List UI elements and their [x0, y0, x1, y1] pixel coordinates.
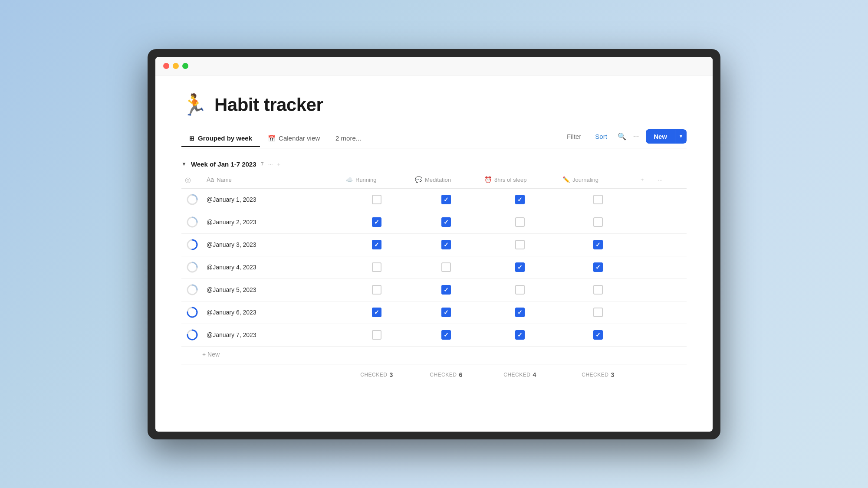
toolbar: ⊞ Grouped by week 📅 Calendar view 2 more…: [181, 129, 687, 148]
running-checkbox-jan2[interactable]: [372, 217, 381, 227]
add-new-row[interactable]: + New: [181, 347, 687, 362]
progress-ring-jan5: [186, 284, 198, 296]
row-progress-jan6: [181, 305, 203, 320]
tab-more-label: 2 more...: [335, 134, 361, 142]
running-jan7[interactable]: [342, 328, 411, 341]
progress-ring-jan3: [186, 239, 198, 251]
meditation-jan4[interactable]: [411, 261, 481, 274]
col-running-label: Running: [355, 177, 376, 183]
sleep-checkbox-jan4[interactable]: [515, 262, 525, 272]
table-header: ◎ Aa Name ☁️ Running 💬 Meditation: [181, 171, 687, 189]
page-emoji: 🏃: [181, 93, 207, 117]
sleep-checkbox-jan3[interactable]: [515, 240, 525, 249]
meditation-checkbox-jan6[interactable]: [441, 308, 451, 317]
journaling-icon: ✏️: [562, 176, 570, 183]
running-checkbox-jan5[interactable]: [372, 285, 381, 295]
journaling-checkbox-jan1[interactable]: [593, 195, 603, 204]
sleep-checkbox-jan2[interactable]: [515, 217, 525, 227]
sleep-checkbox-jan1[interactable]: [515, 195, 525, 204]
meditation-checkbox-jan7[interactable]: [441, 330, 451, 340]
sleep-jan7[interactable]: [481, 328, 559, 341]
journaling-checkbox-jan5[interactable]: [593, 285, 603, 295]
row-progress-jan2: [181, 214, 203, 230]
row-date-jan1: @January 1, 2023: [203, 194, 342, 205]
running-jan6[interactable]: [342, 306, 411, 319]
journaling-jan4[interactable]: [559, 261, 637, 274]
running-jan3[interactable]: [342, 238, 411, 251]
sleep-jan6[interactable]: [481, 306, 559, 319]
meditation-checkbox-jan3[interactable]: [441, 240, 451, 249]
meditation-jan3[interactable]: [411, 238, 481, 251]
journaling-jan2[interactable]: [559, 216, 637, 229]
meditation-checkbox-jan1[interactable]: [441, 195, 451, 204]
screen: 🏃 Habit tracker ⊞ Grouped by week 📅 Cale…: [155, 57, 713, 432]
meditation-jan6[interactable]: [411, 306, 481, 319]
week-add-icon[interactable]: +: [277, 161, 281, 167]
col-header-sleep[interactable]: ⏰ 8hrs of sleep: [481, 174, 559, 185]
journaling-checkbox-jan7[interactable]: [593, 330, 603, 340]
journaling-checkbox-jan3[interactable]: [593, 240, 603, 249]
running-checkbox-jan7[interactable]: [372, 330, 381, 340]
sleep-checkbox-jan5[interactable]: [515, 285, 525, 295]
filter-button[interactable]: Filter: [563, 131, 585, 142]
col-header-running[interactable]: ☁️ Running: [342, 174, 411, 185]
close-button[interactable]: [163, 63, 169, 69]
tab-calendar-view[interactable]: 📅 Calendar view: [260, 130, 328, 147]
table-row: @January 5, 2023: [181, 279, 687, 301]
week-section: ▼ Week of Jan 1-7 2023 7 ··· + ◎ Aa Name: [181, 160, 687, 382]
meditation-jan1[interactable]: [411, 193, 481, 206]
meditation-jan7[interactable]: [411, 328, 481, 341]
new-button[interactable]: New: [646, 129, 675, 144]
sleep-checkbox-jan6[interactable]: [515, 308, 525, 317]
week-toggle[interactable]: ▼: [181, 161, 187, 167]
search-icon[interactable]: 🔍: [618, 132, 626, 141]
running-jan4[interactable]: [342, 261, 411, 274]
col-header-status: ◎: [181, 174, 203, 186]
progress-ring-jan1: [186, 193, 198, 206]
sort-button[interactable]: Sort: [592, 131, 611, 142]
journaling-checkbox-jan4[interactable]: [593, 262, 603, 272]
fullscreen-button[interactable]: [182, 63, 188, 69]
running-jan5[interactable]: [342, 283, 411, 296]
running-checkbox-jan6[interactable]: [372, 308, 381, 317]
col-header-meditation[interactable]: 💬 Meditation: [411, 174, 481, 185]
col-header-name[interactable]: Aa Name: [203, 174, 342, 185]
meditation-checkbox-jan4[interactable]: [441, 262, 451, 272]
running-checkbox-jan1[interactable]: [372, 195, 381, 204]
col-header-add[interactable]: +: [637, 175, 654, 185]
sleep-jan2[interactable]: [481, 216, 559, 229]
new-button-chevron[interactable]: ▾: [675, 130, 687, 143]
meditation-jan5[interactable]: [411, 283, 481, 296]
running-checkbox-jan3[interactable]: [372, 240, 381, 249]
more-options-icon[interactable]: ···: [633, 132, 639, 140]
col-header-journaling[interactable]: ✏️ Journaling: [559, 174, 637, 185]
journaling-jan5[interactable]: [559, 283, 637, 296]
journaling-checkbox-jan2[interactable]: [593, 217, 603, 227]
sleep-jan4[interactable]: [481, 261, 559, 274]
table-row: @January 3, 2023: [181, 234, 687, 256]
meditation-checkbox-jan5[interactable]: [441, 285, 451, 295]
week-more-icon[interactable]: ···: [268, 161, 273, 167]
sleep-jan5[interactable]: [481, 283, 559, 296]
journaling-jan6[interactable]: [559, 306, 637, 319]
journaling-jan7[interactable]: [559, 328, 637, 341]
running-checkbox-jan4[interactable]: [372, 262, 381, 272]
running-jan1[interactable]: [342, 193, 411, 206]
running-jan2[interactable]: [342, 216, 411, 229]
meditation-checkbox-jan2[interactable]: [441, 217, 451, 227]
running-checked-count: 3: [389, 371, 393, 378]
table-row: @January 6, 2023: [181, 301, 687, 324]
tab-grouped-by-week[interactable]: ⊞ Grouped by week: [181, 130, 260, 147]
meditation-jan2[interactable]: [411, 216, 481, 229]
minimize-button[interactable]: [173, 63, 179, 69]
journaling-jan1[interactable]: [559, 193, 637, 206]
tab-more[interactable]: 2 more...: [328, 130, 369, 147]
journaling-checkbox-jan6[interactable]: [593, 308, 603, 317]
row-progress-jan5: [181, 282, 203, 298]
journaling-jan3[interactable]: [559, 238, 637, 251]
sleep-checkbox-jan7[interactable]: [515, 330, 525, 340]
col-header-more[interactable]: ···: [654, 175, 672, 185]
sleep-jan3[interactable]: [481, 238, 559, 251]
sleep-jan1[interactable]: [481, 193, 559, 206]
progress-ring-jan4: [186, 261, 198, 273]
